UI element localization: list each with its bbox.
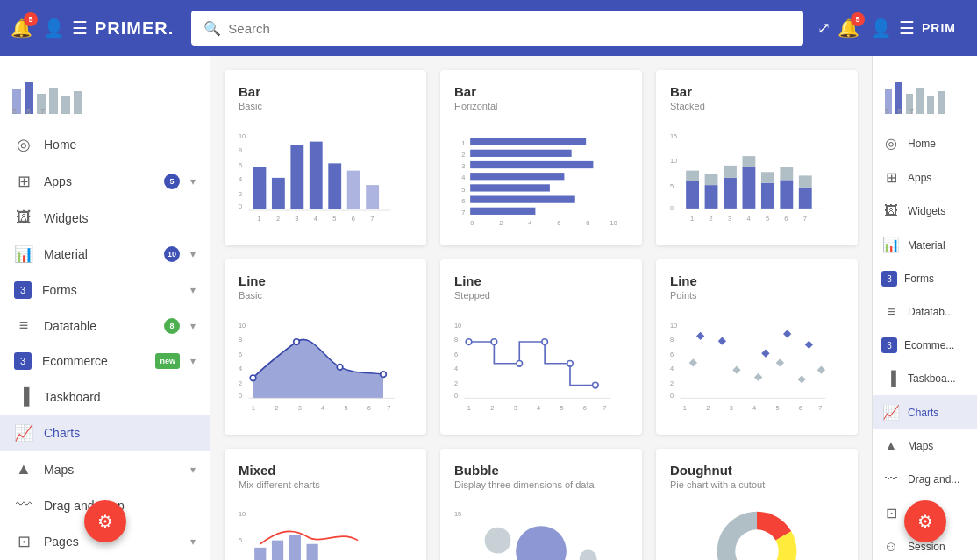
chart-card-bubble: Bubble Display three dimensions of data … <box>440 449 642 560</box>
avatar-icon[interactable]: 👤 <box>43 18 65 39</box>
svg-rect-125 <box>689 358 697 366</box>
sidebar-item-widgets[interactable]: 🖼 Widgets <box>0 200 210 236</box>
menu-icon[interactable]: ☰ <box>72 18 88 39</box>
sidebar-item-taskboard[interactable]: ▐ Taskboard <box>0 379 210 415</box>
sidebar-item-forms[interactable]: 3 Forms ▾ <box>0 273 210 308</box>
material-badge: 10 <box>164 246 180 262</box>
svg-rect-65 <box>780 167 793 181</box>
chart-subtitle-bar-horizontal: Horizontal <box>454 101 628 111</box>
svg-text:2: 2 <box>499 219 503 227</box>
chart-card-bar-basic: Bar Basic 10 8 6 4 2 0 <box>225 70 426 245</box>
svg-rect-40 <box>470 173 564 180</box>
r-drag-icon: 〰 <box>881 471 901 487</box>
chart-subtitle-doughnut: Pie chart with a cutout <box>670 479 844 490</box>
svg-rect-56 <box>705 185 718 209</box>
sidebar-right-item-charts[interactable]: 📈 Charts <box>873 395 977 429</box>
chart-title-mixed: Mixed <box>239 463 412 478</box>
chart-bubble: 15 <box>454 499 628 560</box>
charts-icon: 📈 <box>14 423 33 443</box>
sidebar-label-datatable: Datatable <box>44 319 153 333</box>
sidebar-right-item-material[interactable]: 📊 Material <box>873 228 977 262</box>
compass-icon: ◎ <box>14 135 33 154</box>
sidebar-item-apps[interactable]: ⊞ Apps 5 ▾ <box>0 163 210 200</box>
svg-rect-122 <box>761 350 769 358</box>
svg-point-149 <box>485 528 511 554</box>
fab-button-right[interactable]: ⚙ <box>904 500 946 542</box>
sidebar-right-item-apps[interactable]: ⊞ Apps <box>873 160 977 195</box>
svg-text:4: 4 <box>528 219 531 227</box>
chart-title-bar-basic: Bar <box>239 84 412 99</box>
chart-subtitle-bar-stacked: Stacked <box>670 101 844 111</box>
svg-point-85 <box>381 372 387 378</box>
svg-text:4: 4 <box>537 404 540 412</box>
expand-icon[interactable]: ⤢ <box>817 18 831 38</box>
svg-text:2: 2 <box>710 215 713 223</box>
svg-text:2: 2 <box>490 404 494 412</box>
chart-subtitle-mixed: Mix different charts <box>239 479 412 490</box>
svg-text:4: 4 <box>321 404 324 412</box>
svg-text:5: 5 <box>12 107 17 116</box>
bell-button[interactable]: 🔔 5 <box>11 18 32 39</box>
svg-text:4: 4 <box>746 215 750 223</box>
svg-text:3: 3 <box>728 215 731 223</box>
sidebar-right-label-home: Home <box>908 138 968 150</box>
r-image-icon: 🖼 <box>881 203 901 219</box>
main-layout: 5 6 7 ◎ Home ⊞ Apps 5 ▾ 🖼 Widgets 📊 Mate… <box>0 56 977 560</box>
sidebar-item-maps[interactable]: ▲ Maps ▾ <box>0 451 210 487</box>
fab-button-left[interactable]: ⚙ <box>84 500 126 542</box>
svg-text:8: 8 <box>586 219 589 227</box>
logo-right: PRIM <box>922 21 956 35</box>
maps-arrow: ▾ <box>190 464 196 476</box>
svg-rect-128 <box>776 358 784 366</box>
r-maps-icon: ▲ <box>881 438 901 454</box>
svg-rect-144 <box>289 535 301 560</box>
svg-rect-58 <box>724 178 737 209</box>
sidebar-right-item-drag[interactable]: 〰 Drag and... <box>873 463 977 496</box>
svg-rect-4 <box>61 96 70 114</box>
chart-card-doughnut: Doughnut Pie chart with a cutout <box>656 449 858 560</box>
sidebar-label-apps: Apps <box>44 174 153 188</box>
sidebar-right-item-datatable[interactable]: ≡ Datatab... <box>873 295 977 329</box>
bell-button-right[interactable]: 🔔 5 <box>838 18 859 39</box>
svg-text:1: 1 <box>690 215 694 223</box>
r-bar-icon: 📊 <box>881 237 901 253</box>
datatable-badge: 8 <box>164 318 180 334</box>
svg-text:6: 6 <box>461 197 465 205</box>
svg-text:7: 7 <box>461 209 465 216</box>
r-list-icon: ≡ <box>881 304 901 320</box>
sidebar-right-item-taskboard[interactable]: ▐ Taskboa... <box>873 362 977 395</box>
svg-text:6: 6 <box>367 404 371 412</box>
search-input[interactable] <box>228 21 791 36</box>
sidebar-right-item-widgets[interactable]: 🖼 Widgets <box>873 195 977 228</box>
svg-text:1: 1 <box>252 404 255 412</box>
sidebar-label-taskboard: Taskboard <box>44 390 196 404</box>
search-bar[interactable]: 🔍 <box>191 11 803 46</box>
sidebar-right-item-home[interactable]: ◎ Home <box>873 126 977 160</box>
svg-text:7: 7 <box>818 404 822 412</box>
sidebar-right-item-forms[interactable]: 3 Forms <box>873 262 977 295</box>
chart-card-bar-horizontal: Bar Horizontal 1 2 3 4 5 6 7 <box>440 70 642 245</box>
search-icon: 🔍 <box>203 20 221 37</box>
left-sidebar: 5 6 7 ◎ Home ⊞ Apps 5 ▾ 🖼 Widgets 📊 Mate… <box>0 56 210 560</box>
chart-mixed: 10 5 0 <box>239 499 412 560</box>
sidebar-item-charts[interactable]: 📈 Charts <box>0 415 210 451</box>
svg-text:6: 6 <box>557 219 560 227</box>
svg-rect-43 <box>470 208 535 215</box>
svg-rect-143 <box>272 541 283 560</box>
avatar-icon-right[interactable]: 👤 <box>870 18 892 39</box>
sidebar-item-home[interactable]: ◎ Home <box>0 126 210 163</box>
sidebar-item-datatable[interactable]: ≡ Datatable 8 ▾ <box>0 308 210 344</box>
ecommerce-icon: 3 <box>14 352 32 370</box>
sidebar-item-material[interactable]: 📊 Material 10 ▾ <box>0 236 210 273</box>
sidebar-item-ecommerce[interactable]: 3 Ecommerce new ▾ <box>0 344 210 379</box>
sidebar-right-label-maps: Maps <box>908 440 968 452</box>
svg-point-148 <box>516 526 567 560</box>
sidebar-right-item-ecommerce[interactable]: 3 Ecomme... <box>873 329 977 362</box>
menu-icon-right[interactable]: ☰ <box>899 18 915 39</box>
svg-text:5: 5 <box>239 536 242 544</box>
svg-text:8: 8 <box>454 336 458 344</box>
svg-rect-145 <box>307 544 318 560</box>
sidebar-right-item-maps[interactable]: ▲ Maps <box>873 429 977 463</box>
right-sidebar: 5 6 7 ◎ Home ⊞ Apps 🖼 Widgets 📊 Material… <box>872 56 977 560</box>
r-forms-icon: 3 <box>881 271 897 287</box>
